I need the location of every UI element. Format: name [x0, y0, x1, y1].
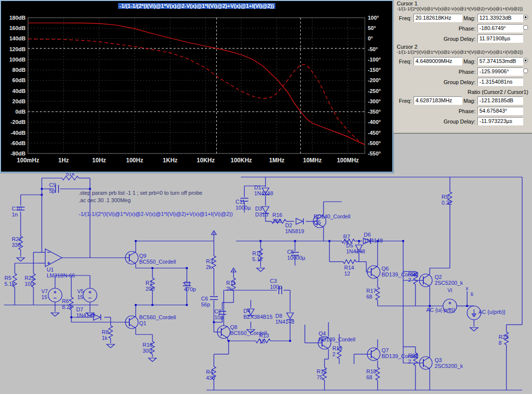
component-value[interactable]: 1N4148 [346, 248, 365, 254]
component-value[interactable]: 470p [184, 286, 196, 292]
component-label[interactable]: Q2 [435, 274, 442, 280]
component-value[interactable]: BZX384B15 [243, 314, 272, 320]
component-label[interactable]: AC {u(-prb)} [426, 307, 455, 313]
component-label[interactable]: R1 [146, 280, 152, 286]
component-value[interactable]: 100p [270, 284, 282, 290]
cursor1-phase-field[interactable]: -180.6749° [477, 24, 523, 32]
component-label[interactable]: BC560_Cordell [139, 314, 176, 320]
schematic-comment-text[interactable]: -1/(1-1/(2*(I(Vi)@1*V(x)@2-V(x)@1*I(Vi)@… [79, 211, 233, 217]
component-label[interactable]: R5 [4, 275, 11, 281]
component-value[interactable]: Q1 [139, 320, 147, 326]
component-label[interactable]: R6 [62, 298, 69, 304]
component-value[interactable]: 68 [366, 374, 372, 380]
component-label[interactable]: R14 [344, 265, 354, 271]
component-value[interactable]: 75 [317, 374, 323, 380]
component-value[interactable]: 68 [366, 294, 372, 300]
component-label[interactable]: R11 [226, 280, 236, 286]
plot-expression[interactable]: -1/(1-1/(2*(I(Vi)@1*V(x)@2-V(x)@1*I(Vi)@… [118, 3, 275, 9]
component-label[interactable]: C11 [236, 199, 245, 205]
component-label[interactable]: U1 [47, 267, 54, 273]
component-value[interactable]: 2SC5200_k [435, 280, 463, 286]
component-label[interactable]: R16 [272, 212, 282, 218]
component-label[interactable]: V5 [77, 288, 84, 294]
cursor1-mag-field[interactable]: 121.33923dB [477, 14, 523, 22]
component-label[interactable]: AC {u(prb)} [478, 309, 505, 315]
component-value[interactable]: 1N5819 [285, 228, 304, 234]
component-value[interactable]: 360 [272, 218, 281, 224]
component-value[interactable]: 1N4148 [254, 190, 273, 196]
component-label[interactable]: R22 [499, 334, 508, 340]
cursor2-mag-field[interactable]: 57.374153mdB [477, 57, 523, 65]
component-value[interactable]: 8 [499, 340, 502, 346]
cursor1-mag-radio[interactable] [523, 15, 528, 20]
schematic-canvas[interactable]: C95p51kC101nR21330R55.1kR25100U1LM318N-6… [0, 173, 532, 394]
component-value[interactable]: 2k [206, 264, 212, 270]
component-label[interactable]: BD140_Cordell [314, 213, 351, 219]
component-label[interactable]: R13 [259, 333, 269, 338]
component-label[interactable]: D6 [364, 232, 371, 238]
component-value[interactable]: BC550_Cordell [139, 259, 176, 265]
component-value[interactable]: Q5 [314, 219, 321, 225]
component-label[interactable]: R4 [206, 369, 213, 375]
component-label[interactable]: R21 [12, 236, 22, 242]
component-value[interactable]: BD139_Cordell [319, 336, 355, 342]
component-label[interactable]: V7 [41, 288, 48, 294]
component-label[interactable]: C1 [184, 280, 191, 286]
component-label[interactable]: Q6 [382, 266, 389, 272]
component-value[interactable]: 430 [206, 375, 215, 381]
component-label[interactable]: Vi [447, 287, 452, 293]
component-value[interactable]: 56p [201, 302, 210, 307]
component-label[interactable]: D7 [76, 306, 83, 312]
component-label[interactable]: Q9 [139, 253, 147, 259]
component-label[interactable]: Ii [471, 291, 473, 297]
component-label[interactable]: x [466, 285, 469, 291]
component-label[interactable]: Q3 [435, 357, 442, 363]
component-value[interactable]: LM318N-66 [47, 273, 75, 278]
component-value[interactable]: 15 [41, 294, 47, 300]
component-value[interactable]: 1N4148 [76, 312, 95, 318]
component-label[interactable]: R8 [102, 329, 109, 335]
ratio-phase-field[interactable]: 54.675843° [477, 107, 523, 115]
component-value[interactable]: 1k [102, 335, 108, 341]
component-label[interactable]: Q7 [382, 347, 389, 353]
ratio-freq-field[interactable]: 4.6287183MHz [414, 96, 462, 105]
component-value[interactable]: 2 [408, 359, 411, 364]
spice-directive-text[interactable]: .ac dec 30 .1 300Meg [79, 197, 131, 203]
component-label[interactable]: 51k [66, 173, 75, 177]
component-value[interactable]: 300 [143, 348, 151, 354]
plot-area[interactable]: 180dB160dB140dB120dB100dB80dB60dB40dB20d… [1, 11, 392, 172]
component-label[interactable]: D3 [255, 206, 262, 212]
component-value[interactable]: 15 [77, 294, 83, 300]
component-label[interactable]: C5 [287, 249, 294, 255]
cursor2-gd-field[interactable]: -1.3154081ns [477, 78, 523, 86]
component-value[interactable]: 2 [408, 277, 411, 283]
component-label[interactable]: C6 [201, 296, 208, 302]
component-value[interactable]: 100 [25, 281, 33, 287]
component-value[interactable]: 5.1k [4, 281, 15, 287]
component-value[interactable]: 5p [49, 188, 55, 194]
component-label[interactable]: D5 [346, 242, 353, 248]
component-value[interactable]: 12 [344, 271, 350, 276]
component-value[interactable]: 1000µ [236, 205, 251, 211]
component-label[interactable]: R25 [25, 275, 34, 281]
component-label[interactable]: R3 [206, 258, 213, 264]
component-label[interactable]: D2 [285, 222, 292, 228]
component-label[interactable]: C10 [12, 206, 22, 212]
component-label[interactable]: R9 [442, 194, 448, 200]
component-value[interactable]: 10000µ [287, 255, 306, 261]
component-label[interactable]: R15 [252, 250, 262, 256]
ratio-mag-field[interactable]: -121.28185dB [477, 96, 523, 105]
component-value[interactable]: 8.2k [62, 304, 72, 310]
component-label[interactable]: R20 [408, 271, 418, 277]
component-value[interactable]: 1n [12, 212, 18, 217]
cursor2-freq-field[interactable]: 4.6489009MHz [414, 57, 462, 65]
component-label[interactable]: D8 [275, 313, 282, 319]
cursor1-freq-field[interactable]: 20.182618KHz [414, 14, 462, 22]
spice-directive-text[interactable]: .step param prb list -1 1 ; set prb=0 to… [79, 190, 202, 196]
component-label[interactable]: R7 [343, 234, 350, 240]
component-value[interactable]: 10p [214, 314, 223, 320]
component-value[interactable]: 1N4148 [364, 238, 383, 243]
component-label[interactable]: Q8 [230, 324, 237, 330]
component-label[interactable]: C2 [214, 308, 221, 314]
component-value[interactable]: 5.1k [252, 256, 263, 262]
